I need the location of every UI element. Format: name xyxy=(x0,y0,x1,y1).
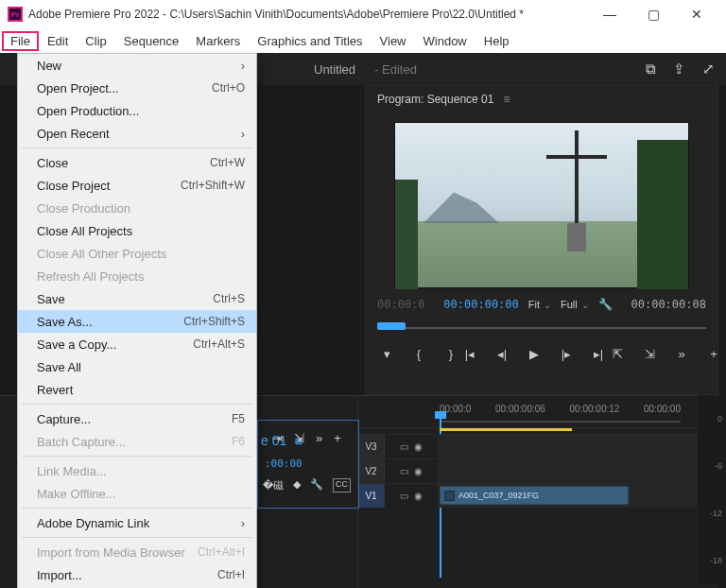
toggle-output-icon[interactable]: ▭ xyxy=(400,491,408,501)
program-scrub-bar[interactable] xyxy=(377,319,706,339)
file-menu-make-offline: Make Offline... xyxy=(18,482,256,505)
cc-icon[interactable]: CC xyxy=(333,478,351,493)
cross-vertical xyxy=(575,130,579,225)
timeline-clip[interactable]: A001_C037_0921FG xyxy=(440,486,629,505)
file-menu-open-recent[interactable]: Open Recent› xyxy=(18,122,256,145)
toggle-sync-lock-icon[interactable]: ◉ xyxy=(414,466,423,476)
tree-left xyxy=(395,180,418,289)
file-menu-refresh-all-projects: Refresh All Projects xyxy=(18,265,256,287)
timeline-time-ruler[interactable]: 00:00:000:00:00:0600:00:00:1200:00:00 xyxy=(440,404,681,414)
more-source-buttons[interactable]: » xyxy=(316,431,322,445)
go-to-in-button[interactable]: |◂ xyxy=(460,347,479,361)
track-v2[interactable]: V2▭◉ xyxy=(358,458,715,483)
toggle-output-icon[interactable]: ▭ xyxy=(400,441,408,452)
source-timecode-row: :00:00 xyxy=(265,458,302,470)
close-button[interactable]: ✕ xyxy=(675,0,718,28)
file-menu-close[interactable]: CloseCtrl+W xyxy=(18,151,256,174)
file-menu-capture[interactable]: Capture...F5 xyxy=(18,407,256,430)
source-tc[interactable]: :00:00 xyxy=(265,458,302,470)
menu-edit[interactable]: Edit xyxy=(39,31,77,51)
track-label[interactable]: V3 xyxy=(358,435,385,458)
menubar: FileEditClipSequenceMarkersGraphics and … xyxy=(0,28,726,53)
track-label[interactable]: V1 xyxy=(358,484,385,508)
track-v3[interactable]: V3▭◉ xyxy=(358,434,715,458)
overwrite-button[interactable]: ⇲ xyxy=(294,431,304,445)
wrench-icon[interactable]: 🔧 xyxy=(310,478,323,493)
file-menu-save[interactable]: SaveCtrl+S xyxy=(18,287,256,310)
file-menu-save-all[interactable]: Save All xyxy=(18,355,256,378)
timeline-panel: 00:00:000:00:00:0600:00:00:1200:00:00 V3… xyxy=(357,395,718,588)
source-button-editor[interactable]: + xyxy=(334,431,341,445)
timeline-work-area[interactable] xyxy=(440,428,572,431)
file-menu-adobe-dynamic-link[interactable]: Adobe Dynamic Link› xyxy=(18,511,256,534)
menu-file[interactable]: File xyxy=(2,31,39,51)
file-menu-link-media: Link Media... xyxy=(18,459,256,482)
program-preview[interactable] xyxy=(394,122,689,288)
file-menu-batch-capture: Batch Capture...F6 xyxy=(18,430,256,453)
insert-button[interactable]: ⇥ xyxy=(272,431,283,445)
snap-icon[interactable]: �磁 xyxy=(263,478,284,493)
button-editor[interactable]: + xyxy=(704,347,723,361)
settings-icon[interactable]: 🔧 xyxy=(598,298,613,311)
add-marker-button[interactable]: ▾ xyxy=(377,347,396,361)
workspace-tab-state: - Edited xyxy=(374,62,417,77)
panel-menu-icon[interactable]: ≡ xyxy=(503,93,510,106)
file-menu-close-all-projects[interactable]: Close All Projects xyxy=(18,219,256,242)
fullscreen-icon[interactable]: ⤢ xyxy=(702,61,715,78)
program-title: Program: Sequence 01 xyxy=(377,93,493,106)
menu-graphics-and-titles[interactable]: Graphics and Titles xyxy=(249,31,371,51)
play-button[interactable]: ▶ xyxy=(525,347,544,361)
zoom-fit-dropdown[interactable]: Fit xyxy=(528,299,551,310)
program-tc-current[interactable]: 00:00:00:00 xyxy=(443,298,518,311)
file-menu-import[interactable]: Import...Ctrl+I xyxy=(18,563,256,586)
menu-help[interactable]: Help xyxy=(475,31,518,51)
mark-out-button[interactable]: } xyxy=(441,347,460,361)
track-v1[interactable]: V1▭◉A001_C037_0921FG xyxy=(358,483,715,508)
extract-button[interactable]: ⇲ xyxy=(640,347,659,361)
menu-window[interactable]: Window xyxy=(415,31,475,51)
file-menu-import-from-media-browser: Import from Media BrowserCtrl+Alt+I xyxy=(18,541,256,563)
workspace-tab-untitled[interactable]: Untitled xyxy=(314,62,355,77)
tree-right xyxy=(637,140,688,289)
menu-view[interactable]: View xyxy=(372,31,415,51)
menu-clip[interactable]: Clip xyxy=(77,31,114,51)
file-menu-new[interactable]: New› xyxy=(18,54,256,77)
file-menu-dropdown: New›Open Project...Ctrl+OOpen Production… xyxy=(17,53,257,588)
file-menu-close-project[interactable]: Close ProjectCtrl+Shift+W xyxy=(18,174,256,197)
window-titlebar: Pr Adobe Premiere Pro 2022 - C:\Users\Sa… xyxy=(0,0,726,28)
resolution-dropdown[interactable]: Full xyxy=(561,299,589,310)
cross-horizontal xyxy=(546,155,607,159)
audio-meter: 0-6-12-18 xyxy=(698,395,726,584)
file-menu-save-a-copy[interactable]: Save a Copy...Ctrl+Alt+S xyxy=(18,333,256,355)
program-playhead[interactable] xyxy=(377,322,406,330)
file-menu-revert[interactable]: Revert xyxy=(18,378,256,401)
step-forward-button[interactable]: |▸ xyxy=(557,347,576,361)
maximize-button[interactable]: ▢ xyxy=(631,0,675,28)
menu-markers[interactable]: Markers xyxy=(187,31,249,51)
step-back-button[interactable]: ◂| xyxy=(493,347,511,361)
menu-sequence[interactable]: Sequence xyxy=(115,31,188,51)
toggle-sync-lock-icon[interactable]: ◉ xyxy=(414,491,423,501)
file-menu-open-project[interactable]: Open Project...Ctrl+O xyxy=(18,77,256,99)
app-icon: Pr xyxy=(8,7,23,22)
more-buttons[interactable]: » xyxy=(672,347,691,361)
marker-icon[interactable]: ◆ xyxy=(293,478,301,493)
export-icon[interactable]: ⇪ xyxy=(673,61,685,78)
toggle-output-icon[interactable]: ▭ xyxy=(400,466,408,476)
window-title: Adobe Premiere Pro 2022 - C:\Users\Sachi… xyxy=(28,8,588,21)
lift-button[interactable]: ⇱ xyxy=(608,347,627,361)
program-tc-left: 00:00:0 xyxy=(377,298,425,311)
fx-badge[interactable] xyxy=(444,491,455,501)
pedestal xyxy=(567,223,586,251)
new-item-icon[interactable]: ⧉ xyxy=(646,61,656,78)
track-label[interactable]: V2 xyxy=(358,459,385,483)
mark-in-button[interactable]: { xyxy=(409,347,428,361)
clip-name: A001_C037_0921FG xyxy=(458,491,539,500)
toggle-sync-lock-icon[interactable]: ◉ xyxy=(414,441,423,452)
file-menu-save-as[interactable]: Save As...Ctrl+Shift+S xyxy=(18,310,256,333)
file-menu-open-production[interactable]: Open Production... xyxy=(18,99,256,122)
minimize-button[interactable]: ― xyxy=(588,0,631,28)
file-menu-close-production: Close Production xyxy=(18,197,256,219)
program-monitor: Program: Sequence 01 ≡ 00:00:0 00:00:00:… xyxy=(365,85,718,395)
go-to-out-button[interactable]: ▸| xyxy=(589,347,608,361)
